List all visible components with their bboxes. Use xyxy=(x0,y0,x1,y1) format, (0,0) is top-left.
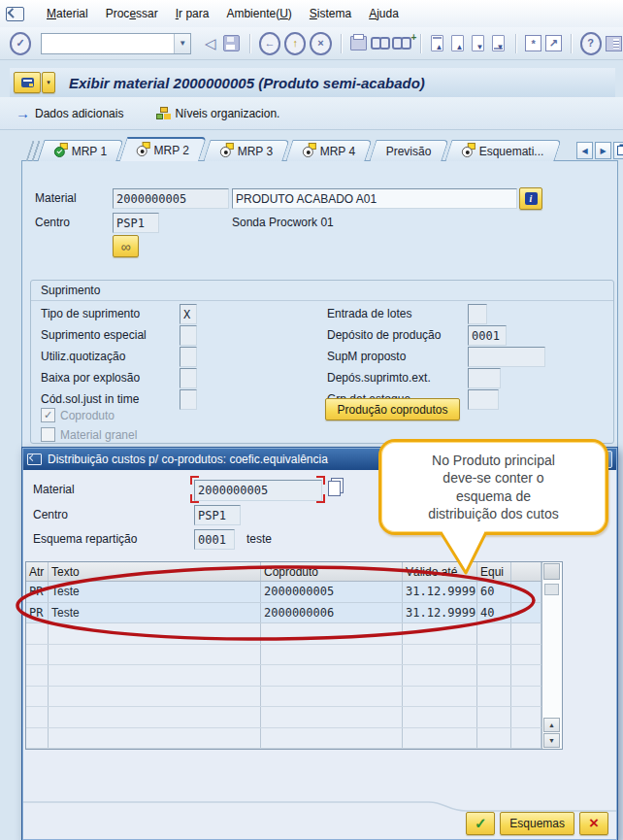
baixa-explosao-field[interactable] xyxy=(180,368,197,388)
tab-previsao[interactable]: Previsão xyxy=(369,140,448,161)
deposito-producao-input[interactable] xyxy=(469,326,506,345)
producao-coprodutos-button[interactable]: Produção coprodutos xyxy=(325,398,460,420)
table-config-button[interactable] xyxy=(543,563,560,580)
print-icon[interactable] xyxy=(350,33,368,54)
tipo-suprimento-field[interactable] xyxy=(180,304,197,324)
entrada-lotes-field[interactable] xyxy=(468,304,487,324)
material-field[interactable] xyxy=(113,188,229,209)
table-row-empty[interactable] xyxy=(26,687,541,708)
utiliz-quotizacao-field[interactable] xyxy=(180,347,197,367)
esquema-reparticao-input[interactable] xyxy=(195,530,234,549)
cell-equi[interactable]: 60 xyxy=(477,582,511,602)
dialog-material-input[interactable] xyxy=(195,481,321,500)
last-page-icon[interactable]: ▼ xyxy=(492,35,505,51)
niveis-organizacion-button[interactable]: Níveis organizacion. xyxy=(152,105,283,122)
customize-layout-icon[interactable] xyxy=(606,33,623,54)
copy-icon[interactable] xyxy=(328,481,341,496)
tipo-suprimento-input[interactable] xyxy=(180,305,196,323)
scroll-down-icon[interactable]: ▼ xyxy=(543,733,560,748)
material-description-field[interactable] xyxy=(232,188,517,209)
menu-item-ir-para[interactable]: Ir para xyxy=(167,4,218,23)
tab-scroll-left-icon[interactable]: ◀ xyxy=(576,142,593,159)
jit-field[interactable] xyxy=(180,389,197,410)
table-row-empty[interactable] xyxy=(26,623,541,645)
cancel-dialog-button[interactable]: × xyxy=(579,812,608,835)
supm-proposto-input[interactable] xyxy=(469,348,544,366)
deposito-producao-field[interactable] xyxy=(468,325,507,346)
exit-icon[interactable]: ↑ xyxy=(284,32,306,55)
baixa-explosao-input[interactable] xyxy=(180,369,196,387)
tab-scroll-right-icon[interactable]: ▶ xyxy=(595,142,611,159)
table-row-empty[interactable] xyxy=(26,645,541,666)
scroll-up-icon[interactable]: ▲ xyxy=(543,718,560,732)
enter-check-icon[interactable]: ✓ xyxy=(10,32,31,55)
confirm-button[interactable]: ✓ xyxy=(466,812,495,835)
gui-services-icon[interactable] xyxy=(14,72,41,93)
next-page-icon[interactable]: ▼ xyxy=(472,35,484,51)
cell-texto[interactable]: Teste xyxy=(49,603,261,623)
menu-item-material[interactable]: Material xyxy=(38,4,97,23)
centro-field[interactable] xyxy=(113,213,159,233)
tab-list-icon[interactable] xyxy=(613,142,623,159)
tab-mrp3[interactable]: MRP 3 xyxy=(203,140,290,161)
material-input[interactable] xyxy=(114,189,228,208)
menu-item-ambiente[interactable]: Ambiente(U) xyxy=(217,4,300,23)
cell-texto[interactable]: Teste xyxy=(49,582,261,602)
cell-equi[interactable]: 40 xyxy=(477,603,511,623)
dialog-centro-input[interactable] xyxy=(195,506,240,524)
tab-mrp1[interactable]: MRP 1 xyxy=(37,140,124,161)
centro-input[interactable] xyxy=(114,214,158,232)
help-icon[interactable]: ? xyxy=(580,32,602,55)
esquemas-button[interactable]: Esquemas xyxy=(500,812,574,835)
jit-input[interactable] xyxy=(180,390,196,409)
title-dropdown-icon[interactable]: ▾ xyxy=(42,72,55,93)
first-page-icon[interactable]: ▲ xyxy=(431,35,443,51)
continue-icon[interactable]: ◁ xyxy=(201,33,218,54)
suprimento-especial-field[interactable] xyxy=(180,325,197,346)
table-row-empty[interactable] xyxy=(26,728,541,750)
entrada-lotes-input[interactable] xyxy=(469,305,486,323)
table-row[interactable]: PR Teste 2000000006 31.12.9999 40 xyxy=(26,603,541,624)
tab-mrp4[interactable]: MRP 4 xyxy=(286,140,374,161)
depos-suprimto-input[interactable] xyxy=(469,369,500,387)
tab-mrp2[interactable]: MRP 2 xyxy=(119,137,208,161)
menu-item-sistema[interactable]: Sistema xyxy=(301,4,360,23)
suprimento-especial-input[interactable] xyxy=(180,326,196,345)
col-header-atr[interactable]: Atr xyxy=(26,562,49,581)
find-next-icon[interactable]: + xyxy=(393,33,410,54)
cell-coproduto[interactable]: 2000000006 xyxy=(261,603,403,623)
command-dropdown-icon[interactable]: ▼ xyxy=(174,34,190,53)
grp-det-estoque-field[interactable] xyxy=(468,389,499,410)
save-icon[interactable] xyxy=(223,33,241,54)
dados-adicionais-button[interactable]: → Dados adicionais xyxy=(12,104,127,122)
back-icon[interactable]: ← xyxy=(259,32,280,55)
cell-valido-ate[interactable]: 31.12.9999 xyxy=(403,603,477,623)
supm-proposto-field[interactable] xyxy=(468,347,545,367)
col-header-texto[interactable]: Texto xyxy=(49,562,261,581)
create-shortcut-icon[interactable]: ↗ xyxy=(545,35,562,51)
info-button[interactable]: i xyxy=(519,187,542,210)
utiliz-quotizacao-input[interactable] xyxy=(180,348,196,366)
system-menu-icon[interactable] xyxy=(6,7,24,21)
menu-item-processar[interactable]: Processar xyxy=(97,4,167,23)
display-glasses-button[interactable]: ∞ xyxy=(113,235,139,257)
tab-esquemati[interactable]: Esquemati... xyxy=(444,140,561,161)
menu-item-ajuda[interactable]: Ajuda xyxy=(360,4,408,23)
grp-det-estoque-input[interactable] xyxy=(469,390,498,409)
new-session-icon[interactable]: * xyxy=(525,35,541,51)
material-description-input[interactable] xyxy=(233,189,516,208)
cell-atr[interactable]: PR xyxy=(26,603,49,623)
table-row[interactable]: PR Teste 2000000005 31.12.9999 60 xyxy=(26,582,541,603)
command-input[interactable] xyxy=(42,36,174,51)
cell-atr[interactable]: PR xyxy=(26,582,49,602)
find-icon[interactable] xyxy=(372,33,389,54)
table-row-empty[interactable] xyxy=(26,665,541,687)
dialog-material-field[interactable] xyxy=(194,480,322,501)
cell-valido-ate[interactable]: 31.12.9999 xyxy=(403,582,477,602)
table-row-empty[interactable] xyxy=(26,707,541,728)
scrollbar-thumb[interactable] xyxy=(544,584,559,595)
dialog-centro-field[interactable] xyxy=(194,505,241,525)
depos-suprimto-field[interactable] xyxy=(468,368,501,388)
vertical-scrollbar[interactable]: ▲ ▼ xyxy=(541,562,562,749)
esquema-reparticao-field[interactable] xyxy=(194,529,235,550)
